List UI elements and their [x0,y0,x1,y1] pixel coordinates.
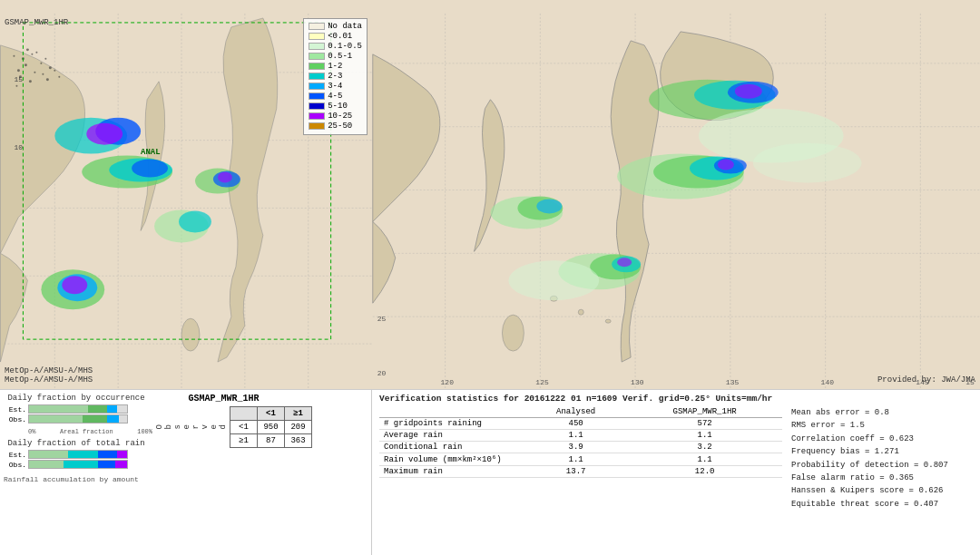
svg-text:135: 135 [726,378,740,386]
svg-point-30 [26,48,29,51]
right-map-svg: 45 40 35 30 25 20 120 125 130 135 140 14… [372,0,980,389]
svg-point-26 [179,210,211,232]
fraction-axis-1: 0%Areal fraction100% [28,428,152,435]
verif-table: Analysed GSMAP_MWR_1HR # gridpoints rain… [379,406,782,478]
verif-header-analysed: Analysed [524,406,627,418]
right-map-area: Hourly Radar-AMeDAS analysis for 2016122… [372,0,980,390]
svg-point-92 [536,199,562,213]
svg-point-39 [49,66,52,69]
verif-metric-0: # gridpoints raining [379,418,524,430]
svg-point-33 [35,52,37,54]
verif-analysed-4: 13.7 [524,466,627,478]
svg-text:20: 20 [377,369,387,377]
verif-analysed-2: 3.9 [524,442,627,453]
fraction-title-3: Rainfall accumulation by amount [4,475,149,483]
fraction-obs2-bar [28,460,128,469]
fraction-obs-bar [28,414,128,424]
cont-row-1: ≥1 87 363 [230,434,312,448]
verif-header-metric [379,406,524,418]
svg-point-84 [735,84,762,99]
svg-point-40 [34,72,35,73]
svg-point-96 [617,258,632,267]
fraction-est2-label: Est. [4,451,26,459]
fraction-est-label: Est. [4,405,26,414]
right-stat-5: False alarm ratio = 0.365 [791,472,973,484]
verif-gsmap-3: 1.1 [627,453,782,466]
fraction-obs2-label: Obs. [4,461,26,469]
svg-point-18 [86,123,122,145]
contingency-title: GSMAP_MWR_1HR [153,394,294,404]
contingency-area: GSMAP_MWR_1HR Observed <1 ≥1 [149,394,294,551]
cont-header-ge1: ≥1 [285,407,312,421]
bottom-left-stats: Daily fraction by occurrence Est. Obs. [0,390,372,555]
bottom-right-stats: Verification statistics for 20161222 01 … [372,390,980,555]
svg-point-31 [31,54,33,55]
svg-point-38 [13,55,15,57]
fraction-title-2: Daily fraction of total rain [4,439,149,448]
svg-text:130: 130 [631,378,644,386]
right-stat-3: Frequency bias = 1.271 [791,445,973,458]
right-stat-7: Equitable threat score = 0.407 [791,498,973,511]
verif-row-3: Rain volume (mm×km²×10⁶) 1.1 1.1 [379,453,782,466]
left-map-area: GSMAP_MWR_1HR estimates for 20161222 01 [0,0,372,390]
svg-text:15: 15 [14,75,23,83]
svg-point-77 [502,315,524,351]
svg-point-44 [29,80,32,83]
cont-header-lt1: <1 [258,407,285,421]
left-map-label-bl2: MetOp-A/AMSU-A/MHS [5,366,93,375]
svg-text:10: 10 [14,143,23,151]
svg-point-99 [508,260,599,300]
obs-label: Observed [153,424,230,429]
cont-cell-00: 950 [258,421,285,434]
svg-point-35 [40,63,42,64]
svg-point-46 [46,78,49,81]
verif-analysed-0: 450 [524,418,627,430]
left-map-label-tl: GSMAP_MWR_1HR [5,18,68,27]
verification-stats: Verification statistics for 20161222 01 … [379,394,782,551]
cont-row-0: <1 950 209 [230,421,312,434]
cont-rowlabel-1: ≥1 [230,434,258,448]
verif-analysed-3: 1.1 [524,453,627,466]
cont-cell-01: 209 [285,421,312,434]
fraction-est2-bar [28,450,128,459]
contingency-table: <1 ≥1 <1 950 209 [230,406,312,448]
verif-row-0: # gridpoints raining 450 572 [379,418,782,430]
svg-point-34 [24,63,27,66]
fraction-title-1: Daily fraction by occurrence [4,394,149,403]
left-panel: GSMAP_MWR_1HR estimates for 20161222 01 [0,0,372,555]
svg-point-89 [718,160,734,170]
verif-metric-3: Rain volume (mm×km²×10⁶) [379,453,524,466]
right-stat-0: Mean abs error = 0.8 [791,406,973,419]
fraction-est-bar [28,404,128,414]
fraction-charts: Daily fraction by occurrence Est. Obs. [4,394,149,551]
svg-point-79 [578,309,583,315]
verif-metric-2: Conditional rain [379,442,524,453]
cont-cell-10: 87 [258,434,285,448]
svg-point-15 [181,318,200,351]
svg-point-80 [605,319,611,323]
left-map-label-bl: MetOp-A/AMSU-A/MHS [5,375,93,385]
verif-metric-4: Maximum rain [379,466,524,478]
svg-text:25: 25 [377,315,387,323]
verif-title: Verification statistics for 20161222 01 … [379,394,782,404]
svg-text:120: 120 [441,378,455,386]
right-stat-1: RMS error = 1.5 [791,419,973,432]
right-stat-2: Correlation coeff = 0.623 [791,433,973,445]
main-container: GSMAP_MWR_1HR estimates for 20161222 01 [0,0,980,555]
svg-point-42 [42,73,44,75]
cont-cell-11: 363 [285,434,312,448]
right-panel: Hourly Radar-AMeDAS analysis for 2016122… [372,0,980,555]
right-stat-4: Probability of detection = 0.807 [791,459,973,472]
svg-point-24 [62,276,87,294]
svg-point-45 [15,85,17,87]
map-legend: No data <0.01 0.1-0.5 0.5-1 1-2 2-3 3-4 … [303,18,368,135]
verif-row-2: Conditional rain 3.9 3.2 [379,442,782,453]
cont-rowlabel-0: <1 [230,421,258,434]
verif-metric-1: Average rain [379,430,524,442]
svg-point-43 [54,70,55,72]
svg-point-98 [753,143,862,183]
verif-analysed-1: 1.1 [524,430,627,442]
verif-header-gsmap: GSMAP_MWR_1HR [627,406,782,418]
svg-text:140: 140 [821,378,835,386]
svg-point-29 [218,172,232,183]
